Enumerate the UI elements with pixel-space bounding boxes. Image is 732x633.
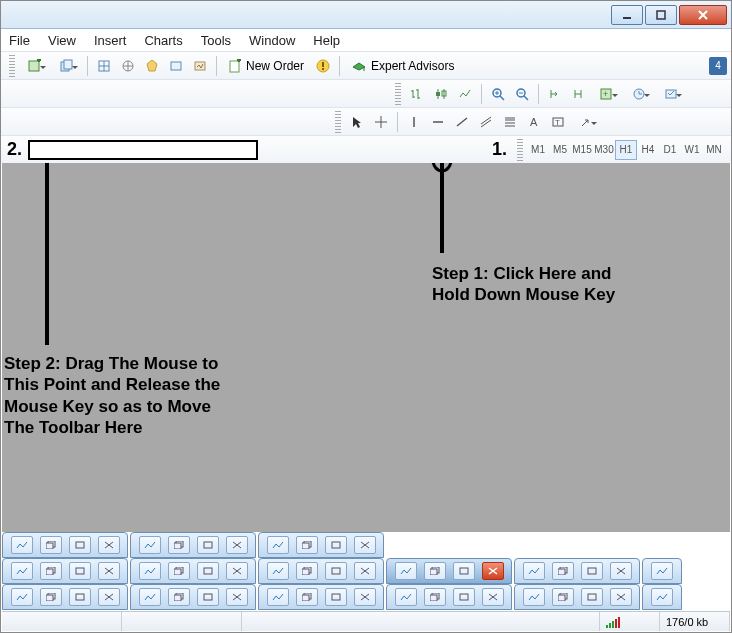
fibonacci-button[interactable] <box>499 111 521 133</box>
tf-d1[interactable]: D1 <box>659 140 681 160</box>
profiles-button[interactable] <box>52 55 82 77</box>
meta-assist-button[interactable] <box>312 55 334 77</box>
mdi-close-button[interactable] <box>610 588 632 606</box>
mdi-close-button[interactable] <box>226 562 248 580</box>
connection-badge[interactable]: 4 <box>709 57 727 75</box>
mdi-restore-button[interactable] <box>168 588 190 606</box>
line-chart-button[interactable] <box>454 83 476 105</box>
mdi-tab[interactable] <box>642 584 682 610</box>
autoscroll-button[interactable] <box>544 83 566 105</box>
new-order-button[interactable]: New Order <box>221 55 311 77</box>
menu-charts[interactable]: Charts <box>144 33 182 48</box>
minimize-button[interactable] <box>611 5 643 25</box>
mdi-restore-button[interactable] <box>40 536 62 554</box>
mdi-max-button[interactable] <box>453 562 475 580</box>
mdi-restore-button[interactable] <box>168 536 190 554</box>
toolbar-grip[interactable] <box>9 55 15 77</box>
mdi-max-button[interactable] <box>325 562 347 580</box>
vertical-line-button[interactable] <box>403 111 425 133</box>
close-button[interactable] <box>679 5 727 25</box>
tf-h1[interactable]: H1 <box>615 140 637 160</box>
mdi-tab[interactable] <box>2 584 128 610</box>
mdi-restore-button[interactable] <box>296 562 318 580</box>
indicators-button[interactable]: + <box>592 83 622 105</box>
menu-window[interactable]: Window <box>249 33 295 48</box>
arrows-button[interactable] <box>571 111 601 133</box>
mdi-close-button[interactable] <box>610 562 632 580</box>
trendline-button[interactable] <box>451 111 473 133</box>
zoom-in-button[interactable] <box>487 83 509 105</box>
mdi-close-button[interactable] <box>226 536 248 554</box>
mdi-tab-active[interactable] <box>386 558 512 584</box>
mdi-max-button[interactable] <box>69 562 91 580</box>
toolbar-grip[interactable] <box>335 111 341 133</box>
mdi-restore-button[interactable] <box>296 588 318 606</box>
data-window-button[interactable] <box>141 55 163 77</box>
tf-mn[interactable]: MN <box>703 140 725 160</box>
text-label-button[interactable]: T <box>547 111 569 133</box>
cursor-button[interactable] <box>346 111 368 133</box>
tf-m30[interactable]: M30 <box>593 140 615 160</box>
mdi-close-button[interactable] <box>98 562 120 580</box>
mdi-restore-button[interactable] <box>40 588 62 606</box>
mdi-max-button[interactable] <box>197 588 219 606</box>
periods-button[interactable] <box>624 83 654 105</box>
mdi-restore-button[interactable] <box>40 562 62 580</box>
mdi-tab[interactable] <box>130 584 256 610</box>
chart-shift-button[interactable] <box>568 83 590 105</box>
tf-m15[interactable]: M15 <box>571 140 593 160</box>
terminal-button[interactable] <box>165 55 187 77</box>
mdi-restore-button[interactable] <box>168 562 190 580</box>
mdi-close-button[interactable] <box>98 588 120 606</box>
mdi-restore-button[interactable] <box>552 562 574 580</box>
mdi-restore-button[interactable] <box>424 562 446 580</box>
mdi-tab[interactable] <box>258 584 384 610</box>
mdi-restore-button[interactable] <box>552 588 574 606</box>
mdi-tab[interactable] <box>258 532 384 558</box>
tf-m1[interactable]: M1 <box>527 140 549 160</box>
expert-advisors-button[interactable]: Expert Advisors <box>344 55 461 77</box>
mdi-close-button[interactable] <box>98 536 120 554</box>
menu-insert[interactable]: Insert <box>94 33 127 48</box>
mdi-tab[interactable] <box>258 558 384 584</box>
mdi-tab[interactable] <box>2 558 128 584</box>
mdi-max-button[interactable] <box>69 536 91 554</box>
tf-m5[interactable]: M5 <box>549 140 571 160</box>
mdi-tab[interactable] <box>130 532 256 558</box>
menu-view[interactable]: View <box>48 33 76 48</box>
mdi-close-button[interactable] <box>354 536 376 554</box>
mdi-close-button[interactable] <box>354 588 376 606</box>
navigator-button[interactable] <box>117 55 139 77</box>
market-watch-button[interactable] <box>93 55 115 77</box>
mdi-restore-button[interactable] <box>296 536 318 554</box>
text-button[interactable]: A <box>523 111 545 133</box>
menu-help[interactable]: Help <box>313 33 340 48</box>
mdi-max-button[interactable] <box>197 562 219 580</box>
toolbar-drop-target[interactable] <box>28 140 258 160</box>
maximize-button[interactable] <box>645 5 677 25</box>
menu-file[interactable]: File <box>9 33 30 48</box>
mdi-tab[interactable] <box>642 558 682 584</box>
mdi-tab[interactable] <box>514 558 640 584</box>
new-chart-button[interactable] <box>20 55 50 77</box>
mdi-close-button[interactable] <box>482 588 504 606</box>
channel-button[interactable] <box>475 111 497 133</box>
mdi-max-button[interactable] <box>581 588 603 606</box>
mdi-max-button[interactable] <box>69 588 91 606</box>
templates-button[interactable] <box>656 83 686 105</box>
tf-w1[interactable]: W1 <box>681 140 703 160</box>
zoom-out-button[interactable] <box>511 83 533 105</box>
candle-chart-button[interactable] <box>430 83 452 105</box>
mdi-max-button[interactable] <box>197 536 219 554</box>
mdi-tab[interactable] <box>514 584 640 610</box>
mdi-tab[interactable] <box>130 558 256 584</box>
mdi-close-button[interactable] <box>226 588 248 606</box>
mdi-tab[interactable] <box>2 532 128 558</box>
bar-chart-button[interactable] <box>406 83 428 105</box>
mdi-close-button[interactable] <box>482 562 504 580</box>
crosshair-button[interactable] <box>370 111 392 133</box>
mdi-max-button[interactable] <box>325 588 347 606</box>
tf-h4[interactable]: H4 <box>637 140 659 160</box>
horizontal-line-button[interactable] <box>427 111 449 133</box>
workspace[interactable]: Step 1: Click Here and Hold Down Mouse K… <box>2 163 730 532</box>
